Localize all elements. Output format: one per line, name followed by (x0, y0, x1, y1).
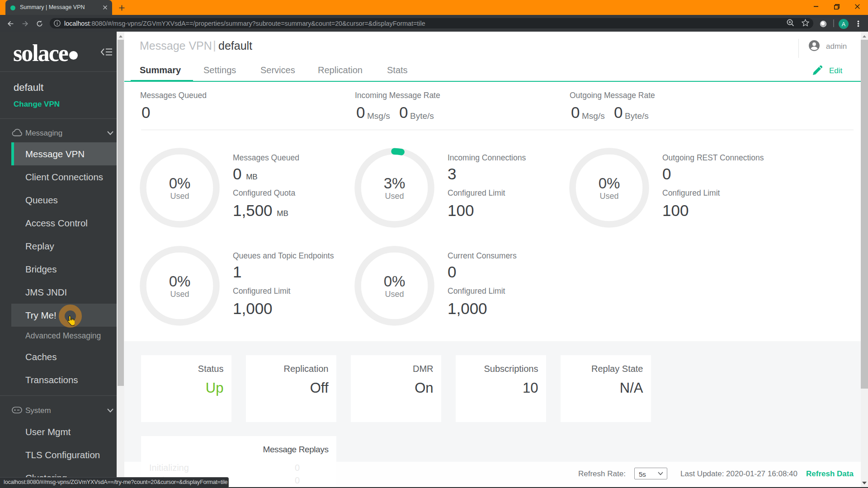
svg-text:A: A (842, 21, 846, 27)
